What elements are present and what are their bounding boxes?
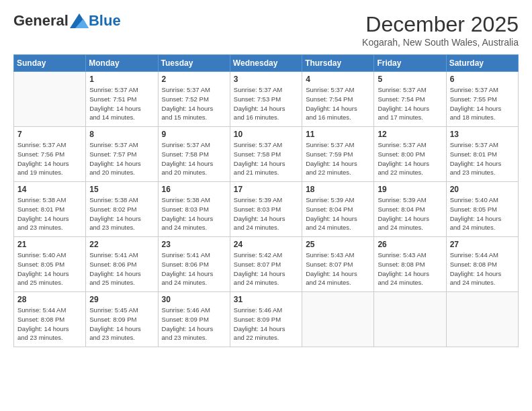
day-info: Sunrise: 5:41 AMSunset: 8:06 PMDaylight:…	[162, 250, 226, 287]
month-title: December 2025	[362, 12, 519, 37]
day-info: Sunrise: 5:43 AMSunset: 8:08 PMDaylight:…	[378, 250, 442, 287]
day-info: Sunrise: 5:38 AMSunset: 8:02 PMDaylight:…	[89, 195, 154, 232]
day-number: 8	[89, 130, 154, 139]
calendar-cell: 5Sunrise: 5:37 AMSunset: 7:54 PMDaylight…	[374, 72, 446, 127]
day-info: Sunrise: 5:37 AMSunset: 7:58 PMDaylight:…	[162, 140, 226, 177]
calendar-cell	[302, 292, 374, 347]
calendar-cell: 24Sunrise: 5:42 AMSunset: 8:07 PMDayligh…	[230, 237, 302, 292]
day-number: 29	[89, 295, 154, 304]
day-info: Sunrise: 5:39 AMSunset: 8:04 PMDaylight:…	[378, 195, 442, 232]
day-number: 25	[306, 240, 370, 249]
calendar-cell: 19Sunrise: 5:39 AMSunset: 8:04 PMDayligh…	[374, 182, 446, 237]
day-number: 30	[162, 295, 226, 304]
day-number: 4	[306, 75, 370, 84]
day-info: Sunrise: 5:43 AMSunset: 8:07 PMDaylight:…	[306, 250, 370, 287]
day-number: 15	[89, 185, 154, 194]
calendar-cell: 30Sunrise: 5:46 AMSunset: 8:09 PMDayligh…	[158, 292, 230, 347]
calendar-cell: 18Sunrise: 5:39 AMSunset: 8:04 PMDayligh…	[302, 182, 374, 237]
day-number: 13	[450, 130, 515, 139]
logo-general-text: General	[13, 12, 69, 30]
logo-area: General Blue	[13, 12, 121, 30]
day-number: 14	[17, 185, 82, 194]
day-info: Sunrise: 5:37 AMSunset: 7:53 PMDaylight:…	[234, 85, 298, 122]
day-info: Sunrise: 5:37 AMSunset: 7:56 PMDaylight:…	[17, 140, 82, 177]
week-row-5: 28Sunrise: 5:44 AMSunset: 8:08 PMDayligh…	[14, 292, 519, 347]
calendar-cell: 16Sunrise: 5:38 AMSunset: 8:03 PMDayligh…	[158, 182, 230, 237]
day-info: Sunrise: 5:37 AMSunset: 7:52 PMDaylight:…	[162, 85, 226, 122]
day-info: Sunrise: 5:37 AMSunset: 7:51 PMDaylight:…	[89, 85, 154, 122]
header-tuesday: Tuesday	[158, 55, 230, 72]
day-number: 5	[378, 75, 442, 84]
day-number: 21	[17, 240, 82, 249]
header-wednesday: Wednesday	[230, 55, 302, 72]
calendar-cell: 7Sunrise: 5:37 AMSunset: 7:56 PMDaylight…	[14, 127, 86, 182]
day-info: Sunrise: 5:44 AMSunset: 8:08 PMDaylight:…	[17, 306, 82, 342]
day-info: Sunrise: 5:37 AMSunset: 7:57 PMDaylight:…	[89, 140, 154, 177]
day-number: 11	[306, 130, 370, 139]
logo-icon	[70, 13, 89, 28]
day-info: Sunrise: 5:37 AMSunset: 8:00 PMDaylight:…	[378, 140, 442, 177]
calendar-cell: 6Sunrise: 5:37 AMSunset: 7:55 PMDaylight…	[446, 72, 518, 127]
day-number: 10	[234, 130, 298, 139]
day-number: 23	[162, 240, 226, 249]
calendar-cell: 17Sunrise: 5:39 AMSunset: 8:03 PMDayligh…	[230, 182, 302, 237]
week-row-4: 21Sunrise: 5:40 AMSunset: 8:05 PMDayligh…	[14, 237, 519, 292]
calendar-cell	[374, 292, 446, 347]
header-saturday: Saturday	[446, 55, 518, 72]
day-info: Sunrise: 5:45 AMSunset: 8:09 PMDaylight:…	[89, 306, 154, 342]
logo: General Blue	[13, 12, 121, 30]
calendar-cell: 29Sunrise: 5:45 AMSunset: 8:09 PMDayligh…	[86, 292, 158, 347]
calendar-cell: 12Sunrise: 5:37 AMSunset: 8:00 PMDayligh…	[374, 127, 446, 182]
day-info: Sunrise: 5:46 AMSunset: 8:09 PMDaylight:…	[234, 306, 298, 342]
day-info: Sunrise: 5:44 AMSunset: 8:08 PMDaylight:…	[450, 250, 515, 287]
calendar-cell: 3Sunrise: 5:37 AMSunset: 7:53 PMDaylight…	[230, 72, 302, 127]
calendar-cell: 8Sunrise: 5:37 AMSunset: 7:57 PMDaylight…	[86, 127, 158, 182]
week-row-3: 14Sunrise: 5:38 AMSunset: 8:01 PMDayligh…	[14, 182, 519, 237]
day-info: Sunrise: 5:39 AMSunset: 8:04 PMDaylight:…	[306, 195, 370, 232]
header: General Blue December 2025 Kogarah, New …	[13, 12, 519, 48]
calendar-cell: 10Sunrise: 5:37 AMSunset: 7:58 PMDayligh…	[230, 127, 302, 182]
header-monday: Monday	[86, 55, 158, 72]
calendar-cell	[446, 292, 518, 347]
week-row-1: 1Sunrise: 5:37 AMSunset: 7:51 PMDaylight…	[14, 72, 519, 127]
day-info: Sunrise: 5:38 AMSunset: 8:01 PMDaylight:…	[17, 195, 82, 232]
page: General Blue December 2025 Kogarah, New …	[0, 0, 532, 411]
day-number: 22	[89, 240, 154, 249]
header-friday: Friday	[374, 55, 446, 72]
calendar-cell: 26Sunrise: 5:43 AMSunset: 8:08 PMDayligh…	[374, 237, 446, 292]
location-subtitle: Kogarah, New South Wales, Australia	[362, 37, 519, 48]
day-number: 24	[234, 240, 298, 249]
calendar-cell: 9Sunrise: 5:37 AMSunset: 7:58 PMDaylight…	[158, 127, 230, 182]
day-number: 18	[306, 185, 370, 194]
calendar-table: Sunday Monday Tuesday Wednesday Thursday…	[13, 54, 519, 347]
day-number: 27	[450, 240, 515, 249]
day-number: 7	[17, 130, 82, 139]
day-info: Sunrise: 5:41 AMSunset: 8:06 PMDaylight:…	[89, 250, 154, 287]
calendar-cell: 2Sunrise: 5:37 AMSunset: 7:52 PMDaylight…	[158, 72, 230, 127]
day-number: 17	[234, 185, 298, 194]
header-sunday: Sunday	[14, 55, 86, 72]
day-number: 19	[378, 185, 442, 194]
day-info: Sunrise: 5:46 AMSunset: 8:09 PMDaylight:…	[162, 306, 226, 342]
day-info: Sunrise: 5:42 AMSunset: 8:07 PMDaylight:…	[234, 250, 298, 287]
calendar-cell: 14Sunrise: 5:38 AMSunset: 8:01 PMDayligh…	[14, 182, 86, 237]
day-number: 20	[450, 185, 515, 194]
calendar-cell: 25Sunrise: 5:43 AMSunset: 8:07 PMDayligh…	[302, 237, 374, 292]
calendar-cell: 27Sunrise: 5:44 AMSunset: 8:08 PMDayligh…	[446, 237, 518, 292]
calendar-cell: 13Sunrise: 5:37 AMSunset: 8:01 PMDayligh…	[446, 127, 518, 182]
calendar-cell: 11Sunrise: 5:37 AMSunset: 7:59 PMDayligh…	[302, 127, 374, 182]
day-number: 3	[234, 75, 298, 84]
calendar-cell: 31Sunrise: 5:46 AMSunset: 8:09 PMDayligh…	[230, 292, 302, 347]
day-info: Sunrise: 5:37 AMSunset: 7:55 PMDaylight:…	[450, 85, 515, 122]
day-info: Sunrise: 5:37 AMSunset: 7:59 PMDaylight:…	[306, 140, 370, 177]
day-number: 6	[450, 75, 515, 84]
day-info: Sunrise: 5:40 AMSunset: 8:05 PMDaylight:…	[17, 250, 82, 287]
title-area: December 2025 Kogarah, New South Wales, …	[362, 12, 519, 48]
day-info: Sunrise: 5:37 AMSunset: 7:54 PMDaylight:…	[306, 85, 370, 122]
calendar-cell: 4Sunrise: 5:37 AMSunset: 7:54 PMDaylight…	[302, 72, 374, 127]
day-number: 12	[378, 130, 442, 139]
day-info: Sunrise: 5:39 AMSunset: 8:03 PMDaylight:…	[234, 195, 298, 232]
day-number: 1	[89, 75, 154, 84]
calendar-cell: 22Sunrise: 5:41 AMSunset: 8:06 PMDayligh…	[86, 237, 158, 292]
header-thursday: Thursday	[302, 55, 374, 72]
